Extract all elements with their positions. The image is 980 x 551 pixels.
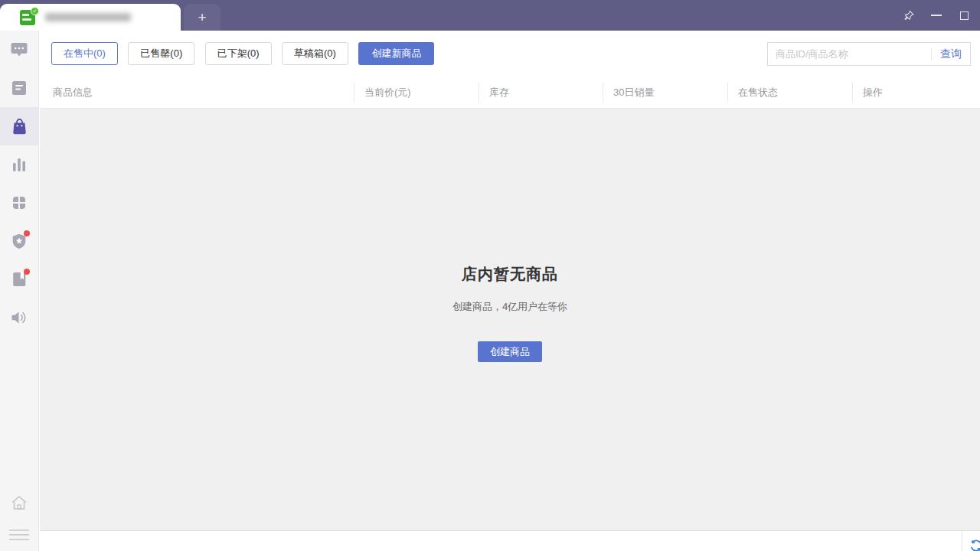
maximize-icon	[960, 11, 969, 20]
chat-bubble-icon	[11, 42, 28, 57]
filter-tab-delisted[interactable]: 已下架(0)	[205, 42, 272, 65]
refresh-icon	[970, 540, 980, 551]
sidebar-nav	[0, 31, 39, 551]
sidebar-item-apps[interactable]	[0, 184, 38, 222]
app-tab-active[interactable]: ✓	[0, 4, 181, 31]
filter-tab-drafts[interactable]: 草稿箱(0)	[282, 42, 348, 65]
column-header-30day-sales: 30日销量	[603, 77, 727, 109]
bottom-bar-divider	[962, 531, 962, 551]
home-icon	[11, 495, 28, 510]
column-header-stock: 库存	[479, 77, 603, 109]
create-product-button[interactable]: 创建商品	[478, 341, 542, 362]
store-verified-check-icon: ✓	[31, 7, 39, 15]
product-toolbar: 在售中(0) 已售罄(0) 已下架(0) 草稿箱(0) 创建新商品 查询	[40, 31, 980, 77]
sidebar-item-analytics[interactable]	[0, 145, 38, 184]
empty-state-panel: 店内暂无商品 创建商品，4亿用户在等你 创建商品	[40, 109, 980, 530]
speaker-icon	[11, 311, 28, 324]
maximize-button[interactable]	[954, 5, 974, 25]
minimize-icon	[931, 15, 942, 16]
shopping-bag-icon	[11, 118, 28, 135]
bottom-bar	[40, 530, 980, 551]
titlebar: ✓ +	[0, 0, 980, 31]
pin-window-button[interactable]	[899, 5, 919, 25]
filter-tab-sold-out[interactable]: 已售罄(0)	[128, 42, 194, 65]
sidebar-item-protection[interactable]	[0, 222, 38, 260]
notification-badge	[24, 269, 30, 275]
tab-title-redacted	[45, 13, 131, 21]
product-search-box: 查询	[767, 42, 971, 66]
sidebar-item-home[interactable]	[0, 487, 38, 519]
hamburger-icon	[9, 530, 29, 540]
store-avatar: ✓	[20, 10, 35, 25]
refresh-corner-button[interactable]	[970, 540, 980, 551]
search-submit-button[interactable]: 查询	[932, 47, 970, 61]
sidebar-item-chat[interactable]	[0, 31, 38, 69]
column-header-sale-status: 在售状态	[727, 77, 852, 109]
sidebar-item-resources[interactable]	[0, 260, 38, 298]
column-header-product-info: 商品信息	[40, 77, 354, 109]
pin-icon	[903, 10, 915, 21]
new-tab-button[interactable]: +	[184, 4, 220, 31]
column-header-actions: 操作	[852, 77, 980, 109]
sidebar-item-orders[interactable]	[0, 69, 38, 107]
column-header-current-price: 当前价(元)	[354, 77, 479, 109]
main-content: 在售中(0) 已售罄(0) 已下架(0) 草稿箱(0) 创建新商品 查询 商品信…	[40, 31, 980, 551]
sidebar-bottom	[0, 487, 38, 551]
create-new-product-button[interactable]: 创建新商品	[358, 42, 434, 65]
sidebar-item-menu[interactable]	[0, 519, 38, 551]
filter-tab-on-sale[interactable]: 在售中(0)	[51, 42, 118, 65]
search-input[interactable]	[768, 43, 931, 65]
app-grid-icon	[11, 195, 27, 210]
minimize-button[interactable]	[926, 5, 946, 25]
sidebar-item-announcement[interactable]	[0, 298, 38, 337]
product-table-header: 商品信息 当前价(元) 库存 30日销量 在售状态 操作	[40, 77, 980, 109]
empty-state-title: 店内暂无商品	[462, 264, 558, 285]
sidebar-item-products[interactable]	[0, 107, 38, 145]
bar-chart-icon	[11, 158, 27, 172]
empty-state-subtitle: 创建商品，4亿用户在等你	[452, 300, 567, 314]
notification-badge	[24, 230, 30, 236]
document-list-icon	[11, 80, 27, 96]
window-controls	[899, 0, 974, 31]
